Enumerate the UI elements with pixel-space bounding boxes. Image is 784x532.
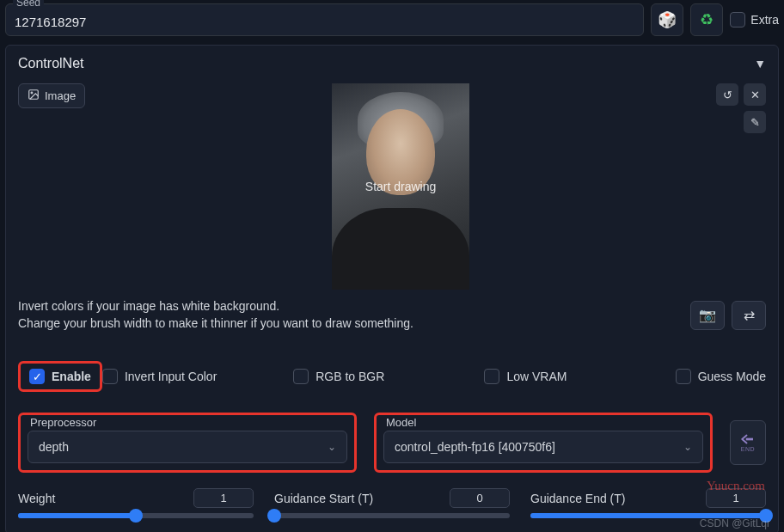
lowvram-checkbox-group[interactable]: Low VRAM <box>484 369 675 384</box>
preprocessor-select[interactable]: Preprocessor depth ⌄ <box>28 431 347 463</box>
swap-button[interactable]: ⇄ <box>732 301 766 330</box>
gend-value[interactable]: 1 <box>706 488 766 508</box>
gstart-slider-group: Guidance Start (T) 0 <box>274 488 510 518</box>
panel-title: ControlNet <box>18 56 83 71</box>
weight-value[interactable]: 1 <box>193 488 254 508</box>
gend-slider-group: Guidance End (T) 1 <box>530 488 766 518</box>
undo-icon: ↺ <box>723 89 732 101</box>
model-value: control_depth-fp16 [400750f6] <box>395 440 555 454</box>
gend-label: Guidance End (T) <box>530 492 626 505</box>
edit-button[interactable]: ✎ <box>744 111 766 133</box>
preview-button[interactable]: END <box>730 420 766 465</box>
hint-text: Invert colors if your image has white ba… <box>18 298 413 332</box>
svg-point-1 <box>31 92 33 94</box>
controlnet-panel: ControlNet ▼ Image Start drawin <box>5 45 779 532</box>
rgb-checkbox-group[interactable]: RGB to BGR <box>293 369 484 384</box>
guess-label: Guess Mode <box>698 370 766 383</box>
arrow-left-icon <box>740 433 756 445</box>
gend-slider[interactable] <box>530 513 766 518</box>
lowvram-checkbox[interactable] <box>484 369 499 384</box>
pencil-icon: ✎ <box>750 116 760 129</box>
chevron-down-icon: ⌄ <box>328 441 336 453</box>
rgb-label: RGB to BGR <box>315 370 384 383</box>
weight-label: Weight <box>18 492 55 505</box>
collapse-toggle[interactable]: ▼ <box>754 57 766 70</box>
guess-checkbox-group[interactable]: Guess Mode <box>676 369 766 384</box>
dice-icon: 🎲 <box>658 10 677 29</box>
enable-checkbox-group[interactable]: ✓ Enable <box>18 361 102 392</box>
triangle-down-icon: ▼ <box>754 57 766 70</box>
input-image[interactable]: Start drawing <box>332 83 469 290</box>
gstart-label: Guidance Start (T) <box>274 492 373 505</box>
seed-label: Seed <box>13 0 44 9</box>
gstart-slider[interactable] <box>274 513 510 518</box>
canvas-overlay-text: Start drawing <box>365 180 436 193</box>
gstart-value[interactable]: 0 <box>450 488 510 508</box>
invert-checkbox-group[interactable]: Invert Input Color <box>102 369 293 384</box>
model-highlight: Model control_depth-fp16 [400750f6] ⌄ <box>374 413 713 473</box>
canvas-area[interactable]: Start drawing <box>94 83 707 290</box>
enable-checkbox[interactable]: ✓ <box>29 369 45 384</box>
guess-checkbox[interactable] <box>676 369 691 384</box>
enable-label: Enable <box>52 370 91 383</box>
close-button[interactable]: ✕ <box>744 83 766 106</box>
extra-label: Extra <box>750 13 779 27</box>
preview-button-text: END <box>741 446 755 452</box>
model-select[interactable]: Model control_depth-fp16 [400750f6] ⌄ <box>383 431 703 463</box>
lowvram-label: Low VRAM <box>506 370 567 383</box>
preprocessor-value: depth <box>39 440 69 454</box>
hint-line-1: Invert colors if your image has white ba… <box>18 298 413 315</box>
reuse-seed-button[interactable]: ♻ <box>690 3 723 36</box>
image-tab[interactable]: Image <box>18 83 85 108</box>
swap-icon: ⇄ <box>744 307 755 323</box>
invert-label: Invert Input Color <box>125 370 217 383</box>
chevron-down-icon: ⌄ <box>683 441 692 453</box>
image-icon <box>28 89 40 103</box>
camera-icon: 📷 <box>699 307 716 323</box>
seed-field[interactable]: Seed 1271618297 <box>5 3 644 36</box>
svg-rect-2 <box>746 438 753 441</box>
rgb-checkbox[interactable] <box>293 369 309 384</box>
extra-checkbox[interactable] <box>730 12 745 28</box>
undo-button[interactable]: ↺ <box>716 83 738 106</box>
model-label: Model <box>386 416 416 429</box>
preprocessor-highlight: Preprocessor depth ⌄ <box>18 413 357 473</box>
recycle-icon: ♻ <box>700 10 714 29</box>
image-tab-label: Image <box>45 89 76 102</box>
preprocessor-label: Preprocessor <box>30 416 96 429</box>
randomize-seed-button[interactable]: 🎲 <box>651 3 683 36</box>
weight-slider-group: Weight 1 <box>18 488 254 518</box>
close-icon: ✕ <box>750 89 760 101</box>
invert-checkbox[interactable] <box>102 369 118 384</box>
weight-slider[interactable] <box>18 513 254 518</box>
hint-line-2: Change your brush width to make it thinn… <box>18 315 413 333</box>
camera-button[interactable]: 📷 <box>690 301 725 330</box>
seed-value: 1271618297 <box>15 8 634 29</box>
